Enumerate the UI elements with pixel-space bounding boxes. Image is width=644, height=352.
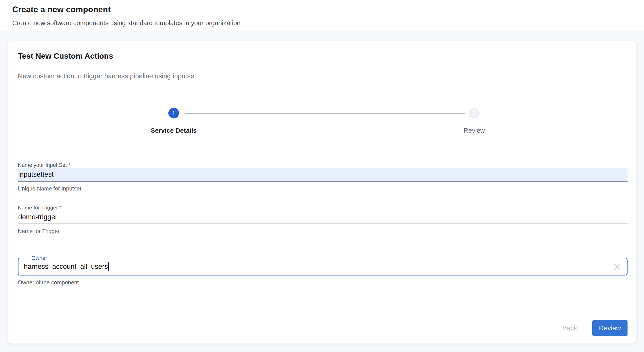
template-title: Test New Custom Actions (18, 51, 628, 61)
step-1-label: Service Details (127, 127, 220, 134)
step-2-circle: 2 (469, 108, 480, 118)
template-description: New custom action to trigger harness pip… (18, 72, 628, 81)
step-1-number: 1 (172, 110, 175, 117)
service-details-form: Name your Input Set * Unique Name for In… (18, 162, 628, 286)
clear-x-icon[interactable] (612, 262, 622, 271)
page: Create a new component Create new softwa… (0, 0, 644, 352)
owner-input[interactable]: Owner harness_account_all_users (18, 258, 628, 275)
page-header: Create a new component Create new softwa… (0, 0, 644, 31)
owner-value: harness_account_all_users (24, 263, 108, 271)
step-1-circle: 1 (168, 108, 179, 118)
field-trigger-name: Name for Trigger * Name for Trigger (18, 204, 628, 234)
step-2-number: 2 (473, 110, 476, 117)
trigger-name-label: Name for Trigger * (18, 204, 628, 211)
template-card: Test New Custom Actions New custom actio… (8, 41, 636, 343)
owner-helper: Owner of the component (18, 279, 628, 286)
form-actions: Back Review (18, 320, 628, 336)
step-review: 2 Review (428, 108, 521, 134)
step-service-details: 1 Service Details (127, 108, 220, 134)
main-content: Test New Custom Actions New custom actio… (0, 31, 644, 352)
field-input-set-name: Name your Input Set * Unique Name for In… (18, 162, 628, 192)
input-set-name-input[interactable] (18, 168, 628, 182)
input-set-name-label: Name your Input Set * (18, 162, 628, 168)
page-title: Create a new component (12, 5, 632, 15)
page-subtitle: Create new software components using sta… (12, 19, 632, 27)
field-owner: Owner harness_account_all_users Owner of… (18, 258, 628, 286)
back-button[interactable]: Back (556, 320, 583, 336)
step-2-label: Review (428, 127, 521, 134)
review-button[interactable]: Review (592, 320, 628, 336)
trigger-name-input[interactable] (18, 211, 628, 224)
input-set-name-helper: Unique Name for Inputset (18, 185, 628, 192)
step-connector-line (185, 113, 465, 114)
trigger-name-helper: Name for Trigger (18, 228, 628, 234)
stepper: 1 Service Details 2 Review (18, 108, 628, 134)
text-caret (108, 262, 109, 271)
owner-label: Owner (29, 255, 50, 261)
